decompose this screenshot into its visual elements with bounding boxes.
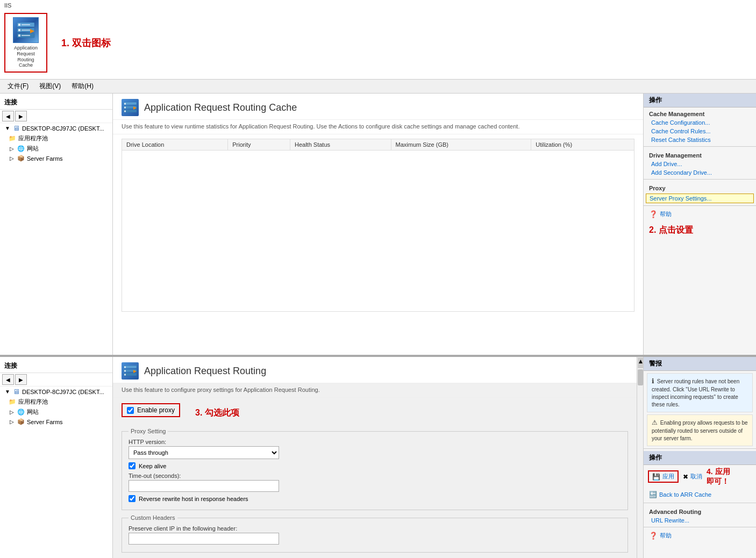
- menu-file[interactable]: 文件(F): [4, 81, 32, 92]
- sidebar-item-server-bottom[interactable]: ▼ 🖥 DESKTOP-8CJ97JC (DESKT...: [0, 387, 112, 397]
- arr-cache-icon[interactable]: Application Request Routing Cache: [4, 13, 47, 73]
- cache-management-title: Cache Management: [644, 108, 756, 118]
- add-drive-link[interactable]: Add Drive...: [644, 160, 756, 168]
- sites-icon: 🌐: [17, 145, 25, 152]
- col-drive-location: Drive Location: [122, 139, 228, 151]
- sidebar-item-server[interactable]: ▼ 🖥 DESKTOP-8CJ97JC (DESKT...: [0, 123, 112, 133]
- help-row-bottom: ❓ 帮助: [644, 530, 756, 542]
- sidebar-item-sites[interactable]: ▷ 🌐 网站: [0, 144, 112, 154]
- info-icon: ℹ: [652, 377, 654, 385]
- instruction1: 1. 双击图标: [61, 37, 111, 49]
- expand-icon2[interactable]: ▷: [9, 146, 15, 152]
- proxy-setting-legend: Proxy Setting: [129, 428, 168, 434]
- alert-warning: ⚠ Enabling proxy allows requests to be p…: [647, 414, 753, 446]
- sidebar-forward-btn-bottom[interactable]: ▶: [15, 374, 27, 385]
- alerts-section: ℹ Server routing rules have not been cre…: [644, 373, 756, 446]
- http-version-label: HTTP version:: [129, 439, 621, 445]
- help-label-bottom[interactable]: 帮助: [660, 532, 672, 540]
- svg-rect-7: [18, 34, 20, 37]
- timeout-input[interactable]: 120: [129, 480, 279, 492]
- apppools-icon-bottom: 📁: [9, 398, 16, 405]
- menubar: 文件(F) 视图(V) 帮助(H): [0, 80, 756, 94]
- proxy-title: Proxy: [644, 182, 756, 192]
- server-icon-bottom: 🖥: [13, 388, 20, 396]
- apply-button[interactable]: 💾 应用: [648, 470, 679, 483]
- drive-management-title: Drive Management: [644, 149, 756, 160]
- sidebar-item-apppools[interactable]: 📁 应用程序池: [0, 133, 112, 144]
- enable-proxy-row: Enable proxy: [122, 403, 180, 417]
- panel-title-bottom: Application Request Routing: [144, 366, 266, 377]
- scroll-thumb-bottom[interactable]: [638, 369, 643, 385]
- reverse-rewrite-checkbox[interactable]: [129, 495, 135, 502]
- divider-b1: [644, 448, 756, 449]
- apppools-icon: 📁: [9, 135, 16, 142]
- empty-table-cell: [122, 151, 634, 312]
- warning-icon: ⚠: [652, 419, 658, 426]
- sidebar-back-btn[interactable]: ◀: [2, 111, 14, 121]
- enable-proxy-checkbox[interactable]: [127, 407, 134, 414]
- instruction4: 4. 应用 即可！: [707, 467, 730, 487]
- col-priority: Priority: [228, 139, 290, 151]
- instruction2: 2. 点击设置: [644, 220, 756, 240]
- scroll-up-btn[interactable]: ▲: [638, 357, 643, 368]
- expand-icon3[interactable]: ▷: [9, 155, 15, 161]
- content-bottom: Application Request Routing Use this fea…: [113, 357, 637, 558]
- col-health-status: Health Status: [290, 139, 391, 151]
- http-version-row: HTTP version: Pass throughHTTP/1.0HTTP/1…: [129, 439, 621, 459]
- apply-icon: 💾: [652, 473, 660, 481]
- panel-desc-bottom: Use this feature to configure proxy sett…: [113, 383, 637, 398]
- keep-alive-row: Keep alive: [129, 462, 621, 469]
- menu-help[interactable]: 帮助(H): [68, 81, 97, 92]
- bottom-content-wrapper: Application Request Routing Use this fea…: [113, 357, 643, 558]
- expand-icon2-b[interactable]: ▷: [9, 409, 15, 415]
- sidebar-item-serverfarms-bottom[interactable]: ▷ 📦 Server Farms: [0, 417, 112, 426]
- custom-headers-legend: Custom Headers: [129, 514, 177, 521]
- col-max-size: Maximum Size (GB): [391, 139, 531, 151]
- svg-rect-14: [124, 111, 126, 112]
- preserve-ip-input[interactable]: X-Forwarded-For: [129, 533, 279, 545]
- url-rewrite-link[interactable]: URL Rewrite...: [644, 516, 756, 525]
- cancel-button[interactable]: ✖ 取消: [683, 473, 702, 481]
- iis-label: IIS: [4, 2, 752, 9]
- help-label-top[interactable]: 帮助: [660, 210, 672, 218]
- back-arr-cache-link[interactable]: Back to ARR Cache: [659, 491, 711, 498]
- cache-configuration-link[interactable]: Cache Configuration...: [644, 118, 756, 127]
- serverfarms-icon-bottom: 📦: [17, 418, 25, 425]
- expand-icon-b[interactable]: ▼: [4, 389, 11, 395]
- help-icon-bottom[interactable]: ❓: [649, 532, 658, 540]
- sidebar-item-sites-bottom[interactable]: ▷ 🌐 网站: [0, 407, 112, 417]
- svg-rect-10: [124, 103, 126, 105]
- sidebar-back-btn-bottom[interactable]: ◀: [2, 374, 14, 385]
- sidebar-forward-btn[interactable]: ▶: [15, 111, 27, 121]
- reverse-rewrite-row: Reverse rewrite host in response headers: [129, 495, 621, 502]
- custom-headers-group: Custom Headers Preserve client IP in the…: [122, 514, 628, 553]
- reset-cache-stats-link[interactable]: Reset Cache Statistics: [644, 135, 756, 144]
- arr-icon-image: [13, 17, 39, 43]
- bottom-scrollbar[interactable]: ▲: [637, 357, 643, 558]
- sidebar-item-apppools-bottom[interactable]: 📁 应用程序池: [0, 397, 112, 407]
- sidebar-top: 连接 ◀ ▶ ▼ 🖥 DESKTOP-8CJ97JC (DESKT... 📁 应…: [0, 94, 113, 355]
- sidebar-item-serverfarms[interactable]: ▷ 📦 Server Farms: [0, 154, 112, 163]
- add-secondary-drive-link[interactable]: Add Secondary Drive...: [644, 168, 756, 177]
- help-icon-top[interactable]: ❓: [649, 210, 658, 218]
- panel-desc-top: Use this feature to view runtime statist…: [113, 120, 643, 134]
- expand-icon[interactable]: ▼: [4, 125, 11, 131]
- apply-label: 应用: [662, 473, 674, 481]
- action-buttons-group: 💾 应用 ✖ 取消 4. 应用 即可！: [644, 465, 756, 489]
- svg-rect-5: [22, 30, 30, 31]
- expand-icon3-b[interactable]: ▷: [9, 419, 15, 425]
- svg-rect-20: [124, 374, 126, 376]
- svg-rect-1: [18, 24, 20, 26]
- http-version-select[interactable]: Pass throughHTTP/1.0HTTP/1.1: [129, 446, 279, 459]
- keep-alive-checkbox[interactable]: [129, 462, 135, 469]
- server-proxy-settings-link[interactable]: Server Proxy Settings...: [646, 194, 754, 203]
- icon-label: Application Request Routing Cache: [14, 45, 38, 68]
- alert-info-text: Server routing rules have not been creat…: [652, 378, 739, 407]
- actions-header-top: 操作: [644, 94, 756, 108]
- timeout-row: Time-out (seconds): 120: [129, 473, 621, 492]
- panel-icon-top: [122, 99, 139, 116]
- cache-control-rules-link[interactable]: Cache Control Rules...: [644, 127, 756, 135]
- instruction3: 3. 勾选此项: [195, 407, 239, 419]
- menu-view[interactable]: 视图(V): [36, 81, 64, 92]
- keep-alive-label: Keep alive: [139, 463, 166, 469]
